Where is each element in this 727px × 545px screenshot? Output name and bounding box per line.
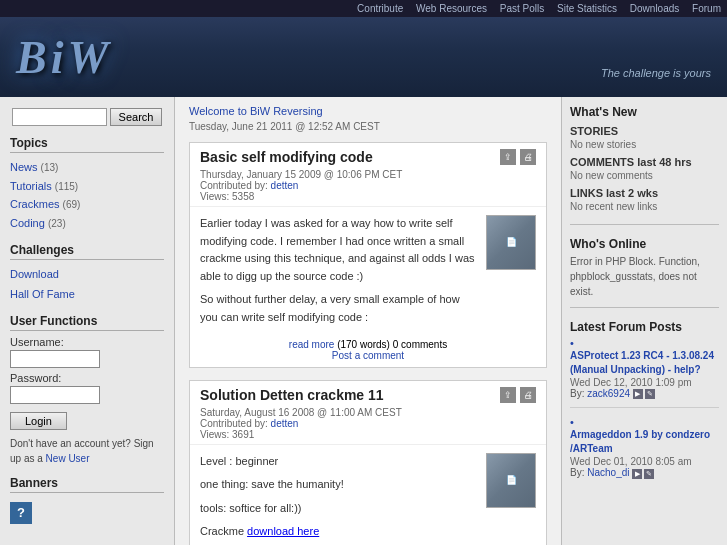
article-1-thumbnail: 📄 bbox=[486, 215, 536, 270]
article-1-icons: ⇪ 🖨 bbox=[500, 149, 536, 165]
site-logo: BiW bbox=[16, 31, 112, 84]
forum-post-2-date: Wed Dec 01, 2010 8:05 am bbox=[570, 456, 719, 467]
whos-online-text: Error in PHP Block. Function, phpblock_g… bbox=[570, 254, 719, 299]
banner-icon[interactable]: ? bbox=[10, 502, 32, 524]
no-links-text: No recent new links bbox=[570, 201, 719, 212]
no-stories-text: No new stories bbox=[570, 139, 719, 150]
whats-new-section: What's New STORIES No new stories COMMEN… bbox=[570, 105, 719, 225]
sidebar-item-coding[interactable]: Coding (23) bbox=[10, 214, 164, 233]
whos-online-title: Who's Online bbox=[570, 237, 719, 251]
forum-post-2: • Armageddon 1.9 by condzero /ARTeam Wed… bbox=[570, 416, 719, 486]
nav-web-resources[interactable]: Web Resources bbox=[416, 3, 487, 14]
site-tagline: The challenge is yours bbox=[601, 67, 711, 79]
article-1-title: Basic self modifying code bbox=[200, 149, 373, 165]
download-here-link[interactable]: download here bbox=[247, 525, 319, 537]
welcome-link[interactable]: Welcome to BiW Reversing bbox=[189, 105, 323, 117]
post-2-icon-a: ▶ bbox=[632, 469, 642, 479]
forum-post-2-author[interactable]: Nacho_di bbox=[587, 467, 629, 478]
article-2: Solution Detten crackme 11 ⇪ 🖨 Saturday,… bbox=[189, 380, 547, 545]
site-header: BiW The challenge is yours bbox=[0, 17, 727, 97]
article-1: Basic self modifying code ⇪ 🖨 Thursday, … bbox=[189, 142, 547, 368]
current-date: Tuesday, June 21 2011 @ 12:52 AM CEST bbox=[189, 121, 547, 132]
search-input[interactable] bbox=[12, 108, 107, 126]
article-2-title: Solution Detten crackme 11 bbox=[200, 387, 384, 403]
article-2-author-link[interactable]: detten bbox=[271, 418, 299, 429]
article-1-print-icon[interactable]: 🖨 bbox=[520, 149, 536, 165]
whos-online-section: Who's Online Error in PHP Block. Functio… bbox=[570, 237, 719, 308]
whats-new-title: What's New bbox=[570, 105, 719, 119]
forum-post-1-author[interactable]: zack6924 bbox=[587, 388, 630, 399]
article-2-meta: Saturday, August 16 2008 @ 11:00 AM CEST… bbox=[190, 407, 546, 445]
search-area: Search bbox=[10, 108, 164, 126]
nav-forum[interactable]: Forum bbox=[692, 3, 721, 14]
username-input[interactable] bbox=[10, 350, 100, 368]
forum-post-2-link[interactable]: Armageddon 1.9 by condzero /ARTeam bbox=[570, 428, 719, 456]
new-user-link[interactable]: New User bbox=[46, 453, 90, 464]
logo-area: BiW bbox=[16, 31, 112, 84]
top-navigation: Contribute Web Resources Past Polls Site… bbox=[0, 0, 727, 17]
article-1-footer: read more (170 words) 0 comments Post a … bbox=[190, 335, 546, 367]
article-2-thumbnail: 📄 bbox=[486, 453, 536, 508]
sidebar-item-tutorials[interactable]: Tutorials (115) bbox=[10, 177, 164, 196]
no-account-text: Don't have an account yet? Sign up as a … bbox=[10, 436, 164, 466]
post-comment-link[interactable]: Post a comment bbox=[332, 350, 404, 361]
article-2-body: Level : beginner one thing: save the hum… bbox=[190, 445, 546, 545]
challenges-title: Challenges bbox=[10, 243, 164, 260]
login-button[interactable]: Login bbox=[10, 412, 67, 430]
comments-label: COMMENTS last 48 hrs bbox=[570, 156, 719, 168]
nav-site-statistics[interactable]: Site Statistics bbox=[557, 3, 617, 14]
forum-post-2-by: By: Nacho_di ▶ ✎ bbox=[570, 467, 719, 478]
right-sidebar: What's New STORIES No new stories COMMEN… bbox=[562, 97, 727, 545]
article-2-header: Solution Detten crackme 11 ⇪ 🖨 bbox=[190, 381, 546, 407]
post-2-icon-b: ✎ bbox=[644, 469, 654, 479]
post-1-icon-b: ✎ bbox=[645, 389, 655, 399]
password-label: Password: bbox=[10, 372, 164, 384]
nav-past-polls[interactable]: Past Polls bbox=[500, 3, 544, 14]
stories-label: STORIES bbox=[570, 125, 719, 137]
article-2-share-icon[interactable]: ⇪ bbox=[500, 387, 516, 403]
search-form: Search bbox=[10, 108, 164, 126]
no-comments-text: No new comments bbox=[570, 170, 719, 181]
password-input[interactable] bbox=[10, 386, 100, 404]
forum-post-1-date: Wed Dec 12, 2010 1:09 pm bbox=[570, 377, 719, 388]
nav-contribute[interactable]: Contribute bbox=[357, 3, 403, 14]
links-label: LINKS last 2 wks bbox=[570, 187, 719, 199]
left-sidebar: Search Topics News (13) Tutorials (115) … bbox=[0, 97, 175, 545]
bullet-icon-1: • bbox=[570, 337, 574, 349]
article-1-body: Earlier today I was asked for a way how … bbox=[190, 207, 546, 335]
article-1-header: Basic self modifying code ⇪ 🖨 bbox=[190, 143, 546, 169]
article-2-print-icon[interactable]: 🖨 bbox=[520, 387, 536, 403]
article-1-author-link[interactable]: detten bbox=[271, 180, 299, 191]
user-functions-title: User Functions bbox=[10, 314, 164, 331]
forum-posts-section: Latest Forum Posts • ASProtect 1.23 RC4 … bbox=[570, 320, 719, 487]
post-1-icon-a: ▶ bbox=[633, 389, 643, 399]
bullet-icon-2: • bbox=[570, 416, 574, 428]
sidebar-item-news[interactable]: News (13) bbox=[10, 158, 164, 177]
search-button[interactable]: Search bbox=[110, 108, 163, 126]
forum-post-1: • ASProtect 1.23 RC4 - 1.3.08.24 (Manual… bbox=[570, 337, 719, 408]
read-more-link[interactable]: read more bbox=[289, 339, 335, 350]
article-1-share-icon[interactable]: ⇪ bbox=[500, 149, 516, 165]
username-label: Username: bbox=[10, 336, 164, 348]
article-2-icons: ⇪ 🖨 bbox=[500, 387, 536, 403]
forum-post-1-by: By: zack6924 ▶ ✎ bbox=[570, 388, 719, 399]
forum-post-1-link[interactable]: ASProtect 1.23 RC4 - 1.3.08.24 (Manual U… bbox=[570, 349, 719, 377]
main-content: Welcome to BiW Reversing Tuesday, June 2… bbox=[175, 97, 562, 545]
sidebar-item-crackmes[interactable]: Crackmes (69) bbox=[10, 195, 164, 214]
nav-downloads[interactable]: Downloads bbox=[630, 3, 679, 14]
forum-posts-title: Latest Forum Posts bbox=[570, 320, 719, 334]
main-wrapper: Search Topics News (13) Tutorials (115) … bbox=[0, 97, 727, 545]
topics-title: Topics bbox=[10, 136, 164, 153]
article-1-meta: Thursday, January 15 2009 @ 10:06 PM CET… bbox=[190, 169, 546, 207]
banners-title: Banners bbox=[10, 476, 164, 493]
sidebar-item-download[interactable]: Download bbox=[10, 265, 164, 285]
sidebar-item-hall-of-fame[interactable]: Hall Of Fame bbox=[10, 285, 164, 305]
